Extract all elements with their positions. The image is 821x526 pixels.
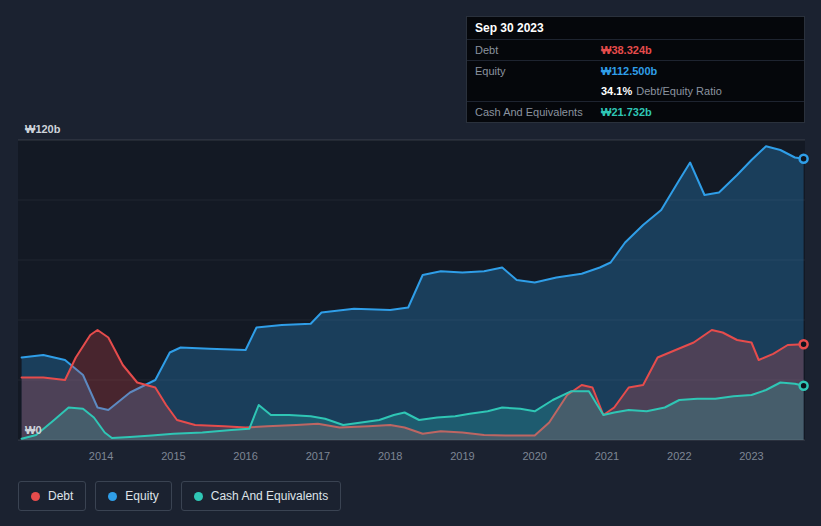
cash-dot-icon bbox=[194, 492, 203, 501]
endpoint-dot-debt bbox=[800, 340, 808, 348]
legend-item-debt[interactable]: Debt bbox=[18, 481, 86, 511]
x-tick-label-2014: 2014 bbox=[89, 450, 113, 462]
y-axis-label-min: ₩0 bbox=[25, 424, 42, 436]
tooltip-cash-value: ₩21.732b bbox=[601, 106, 652, 118]
x-tick-label-2015: 2015 bbox=[161, 450, 185, 462]
legend-equity-label: Equity bbox=[125, 489, 158, 503]
chart-legend: Debt Equity Cash And Equivalents bbox=[18, 481, 341, 511]
x-tick-label-2019: 2019 bbox=[450, 450, 474, 462]
endpoint-dot-cash-and-equivalents bbox=[800, 382, 808, 390]
tooltip-ratio-label: Debt/Equity Ratio bbox=[636, 85, 722, 97]
chart-svg[interactable]: 2014201520162017201820192020202120222023 bbox=[18, 140, 805, 470]
tooltip-date: Sep 30 2023 bbox=[467, 17, 804, 39]
chart-tooltip: Sep 30 2023 Debt ₩38.324b Equity ₩112.50… bbox=[466, 16, 805, 123]
legend-item-equity[interactable]: Equity bbox=[95, 481, 171, 511]
x-tick-label-2021: 2021 bbox=[595, 450, 619, 462]
y-axis-label-max: ₩120b bbox=[25, 123, 60, 135]
tooltip-row-equity: Equity ₩112.500b bbox=[467, 60, 804, 81]
tooltip-equity-value: ₩112.500b bbox=[601, 65, 657, 77]
endpoint-dot-equity bbox=[800, 155, 808, 163]
x-tick-label-2016: 2016 bbox=[233, 450, 257, 462]
tooltip-row-debt: Debt ₩38.324b bbox=[467, 39, 804, 60]
x-tick-label-2023: 2023 bbox=[739, 450, 763, 462]
tooltip-debt-label: Debt bbox=[475, 44, 601, 56]
legend-debt-label: Debt bbox=[48, 489, 73, 503]
x-tick-label-2022: 2022 bbox=[667, 450, 691, 462]
legend-cash-label: Cash And Equivalents bbox=[211, 489, 328, 503]
tooltip-cash-label: Cash And Equivalents bbox=[475, 106, 601, 118]
x-tick-label-2020: 2020 bbox=[522, 450, 546, 462]
tooltip-ratio-value: 34.1% bbox=[601, 85, 632, 97]
tooltip-equity-label: Equity bbox=[475, 65, 601, 77]
legend-item-cash[interactable]: Cash And Equivalents bbox=[181, 481, 341, 511]
financial-chart-page: ₩120b ₩0 2014201520162017201820192020202… bbox=[0, 0, 821, 526]
x-tick-label-2018: 2018 bbox=[378, 450, 402, 462]
equity-dot-icon bbox=[108, 492, 117, 501]
tooltip-row-ratio: 34.1% Debt/Equity Ratio bbox=[467, 81, 804, 101]
tooltip-row-cash: Cash And Equivalents ₩21.732b bbox=[467, 101, 804, 122]
tooltip-debt-value: ₩38.324b bbox=[601, 44, 652, 56]
x-tick-label-2017: 2017 bbox=[306, 450, 330, 462]
debt-dot-icon bbox=[31, 492, 40, 501]
